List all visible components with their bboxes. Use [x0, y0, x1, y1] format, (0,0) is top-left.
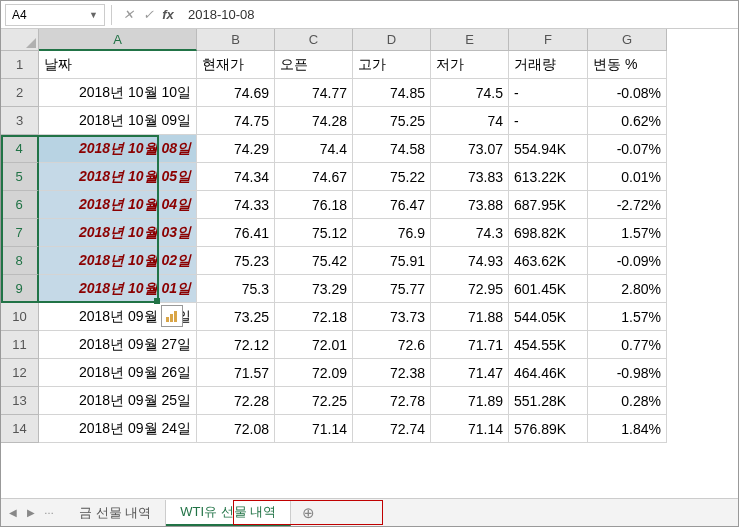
cell[interactable]: 71.88 — [431, 303, 509, 331]
cell[interactable]: 74.28 — [275, 107, 353, 135]
cell[interactable]: 74.33 — [197, 191, 275, 219]
cell[interactable]: 75.22 — [353, 163, 431, 191]
cell[interactable]: 74 — [431, 107, 509, 135]
confirm-icon[interactable]: ✓ — [138, 5, 158, 25]
cell[interactable]: 2018년 10월 03일 — [39, 219, 197, 247]
cell[interactable]: 75.3 — [197, 275, 275, 303]
cell[interactable]: 날짜 — [39, 51, 197, 79]
cell[interactable]: 698.82K — [509, 219, 588, 247]
cell[interactable]: 2.80% — [588, 275, 667, 303]
row-header-3[interactable]: 3 — [1, 107, 39, 135]
cell[interactable]: 2018년 10월 09일 — [39, 107, 197, 135]
cell[interactable]: 72.12 — [197, 331, 275, 359]
cell[interactable]: 1.57% — [588, 303, 667, 331]
cell[interactable]: 73.88 — [431, 191, 509, 219]
row-header-5[interactable]: 5 — [1, 163, 39, 191]
cell[interactable]: 72.78 — [353, 387, 431, 415]
fx-icon[interactable]: fx — [158, 5, 178, 25]
row-header-6[interactable]: 6 — [1, 191, 39, 219]
tab-prev-icon[interactable]: ◀ — [5, 505, 21, 521]
cell[interactable]: 오픈 — [275, 51, 353, 79]
tab-more-icon[interactable]: … — [41, 505, 57, 521]
cell[interactable]: 76.18 — [275, 191, 353, 219]
cell[interactable]: 고가 — [353, 51, 431, 79]
col-header-D[interactable]: D — [353, 29, 431, 51]
cell[interactable]: 74.29 — [197, 135, 275, 163]
cell[interactable]: 72.01 — [275, 331, 353, 359]
cell[interactable]: 74.67 — [275, 163, 353, 191]
tab-gold[interactable]: 금 선물 내역 — [65, 500, 166, 526]
cell[interactable]: 72.6 — [353, 331, 431, 359]
name-box[interactable]: A4 ▼ — [5, 4, 105, 26]
cell[interactable]: 74.4 — [275, 135, 353, 163]
cell[interactable]: 74.3 — [431, 219, 509, 247]
tab-wti[interactable]: WTI유 선물 내역 — [166, 500, 291, 526]
cell[interactable]: 0.28% — [588, 387, 667, 415]
cell[interactable]: -0.08% — [588, 79, 667, 107]
col-header-C[interactable]: C — [275, 29, 353, 51]
cell[interactable]: - — [509, 107, 588, 135]
row-header-14[interactable]: 14 — [1, 415, 39, 443]
row-header-9[interactable]: 9 — [1, 275, 39, 303]
cell[interactable]: 75.25 — [353, 107, 431, 135]
cell[interactable]: 0.62% — [588, 107, 667, 135]
col-header-A[interactable]: A — [39, 29, 197, 51]
cell[interactable]: 72.95 — [431, 275, 509, 303]
cell[interactable]: 72.28 — [197, 387, 275, 415]
row-header-7[interactable]: 7 — [1, 219, 39, 247]
cell[interactable]: 저가 — [431, 51, 509, 79]
cell[interactable]: 72.18 — [275, 303, 353, 331]
cell[interactable]: -0.98% — [588, 359, 667, 387]
cell[interactable]: 72.25 — [275, 387, 353, 415]
cell[interactable]: 2018년 09월 24일 — [39, 415, 197, 443]
formula-value[interactable]: 2018-10-08 — [178, 7, 734, 22]
cell[interactable]: 2018년 09월 27일 — [39, 331, 197, 359]
cell[interactable]: 72.09 — [275, 359, 353, 387]
cell[interactable]: 601.45K — [509, 275, 588, 303]
cell[interactable]: 74.85 — [353, 79, 431, 107]
cell[interactable]: 72.08 — [197, 415, 275, 443]
cell[interactable]: 73.07 — [431, 135, 509, 163]
cell[interactable]: 74.5 — [431, 79, 509, 107]
cell[interactable]: 2018년 10월 02일 — [39, 247, 197, 275]
cell[interactable]: 72.38 — [353, 359, 431, 387]
cell[interactable]: 551.28K — [509, 387, 588, 415]
cell[interactable]: 76.47 — [353, 191, 431, 219]
cell[interactable]: 73.29 — [275, 275, 353, 303]
cell[interactable]: 74.93 — [431, 247, 509, 275]
row-header-8[interactable]: 8 — [1, 247, 39, 275]
cell[interactable]: 1.57% — [588, 219, 667, 247]
cell[interactable]: -0.07% — [588, 135, 667, 163]
cell[interactable]: - — [509, 79, 588, 107]
cell[interactable]: 75.12 — [275, 219, 353, 247]
cell[interactable]: 71.71 — [431, 331, 509, 359]
row-header-10[interactable]: 10 — [1, 303, 39, 331]
cell[interactable]: 1.84% — [588, 415, 667, 443]
cell[interactable]: 687.95K — [509, 191, 588, 219]
cell[interactable]: 74.58 — [353, 135, 431, 163]
cell[interactable]: 71.89 — [431, 387, 509, 415]
dropdown-icon[interactable]: ▼ — [89, 10, 98, 20]
cell[interactable]: 75.42 — [275, 247, 353, 275]
col-header-F[interactable]: F — [509, 29, 588, 51]
cell[interactable]: 76.9 — [353, 219, 431, 247]
cell[interactable]: 72.74 — [353, 415, 431, 443]
cell[interactable]: 74.34 — [197, 163, 275, 191]
cell[interactable]: 74.69 — [197, 79, 275, 107]
cell[interactable]: 2018년 09월 25일 — [39, 387, 197, 415]
row-header-2[interactable]: 2 — [1, 79, 39, 107]
cell[interactable]: 2018년 10월 04일 — [39, 191, 197, 219]
cell[interactable]: 2018년 10월 08일 — [39, 135, 197, 163]
quick-analysis-icon[interactable] — [161, 305, 183, 327]
cell[interactable]: 0.77% — [588, 331, 667, 359]
cell[interactable]: 75.23 — [197, 247, 275, 275]
cell[interactable]: 2018년 09월 26일 — [39, 359, 197, 387]
cell[interactable]: 464.46K — [509, 359, 588, 387]
cell[interactable]: 463.62K — [509, 247, 588, 275]
cell[interactable]: 71.57 — [197, 359, 275, 387]
col-header-B[interactable]: B — [197, 29, 275, 51]
tab-next-icon[interactable]: ▶ — [23, 505, 39, 521]
row-header-13[interactable]: 13 — [1, 387, 39, 415]
cell[interactable]: 2018년 10월 05일 — [39, 163, 197, 191]
cell[interactable]: 2018년 10월 01일 — [39, 275, 197, 303]
